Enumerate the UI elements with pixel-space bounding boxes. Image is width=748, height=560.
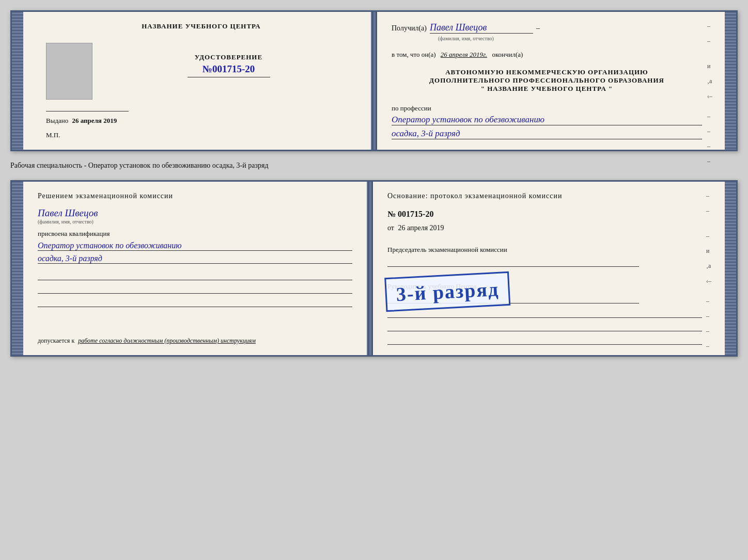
qual-foundation-label: Основание: протокол экзаменационной коми… bbox=[387, 192, 702, 200]
fio-label: (фамилия, имя, отчество) bbox=[438, 36, 702, 41]
qual-number: № 001715-20 bbox=[387, 210, 433, 218]
qualification-stamp: 3-й разряд bbox=[384, 271, 510, 312]
issued-label: Выдано bbox=[46, 117, 68, 124]
bottom-left-strip bbox=[12, 182, 23, 355]
qual-date: 26 апреля 2019 bbox=[398, 224, 444, 232]
profession-line1: Оператор установок по обезвоживанию bbox=[392, 115, 702, 125]
dash: – bbox=[536, 24, 540, 33]
qual-fio-label: (фамилия, имя, отчество) bbox=[38, 219, 352, 225]
org-line2: ДОПОЛНИТЕЛЬНОГО ПРОФЕССИОНАЛЬНОГО ОБРАЗО… bbox=[392, 76, 702, 85]
bottom-right-strip bbox=[725, 182, 736, 355]
qual-date-section: от 26 апреля 2019 bbox=[387, 224, 702, 232]
qual-title: Решением экзаменационной комиссии bbox=[38, 192, 352, 200]
qual-profession-line1: Оператор установок по обезвоживанию bbox=[38, 241, 352, 251]
received-name: Павел Швецов bbox=[430, 22, 533, 34]
right-dashes: – – и ‚а ‹– – – – – bbox=[707, 22, 712, 165]
top-certificate: НАЗВАНИЕ УЧЕБНОГО ЦЕНТРА УДОСТОВЕРЕНИЕ №… bbox=[10, 10, 738, 151]
bottom-certificate: Решением экзаменационной комиссии Павел … bbox=[10, 180, 738, 357]
qual-number-section: № 001715-20 bbox=[387, 210, 702, 219]
issued-date: 26 апреля 2019 bbox=[72, 117, 117, 124]
bottom-right-dashes: – – – и ‚а ‹– – – – – bbox=[706, 192, 711, 350]
book-spine bbox=[372, 12, 377, 150]
cert-label: УДОСТОВЕРЕНИЕ bbox=[195, 53, 262, 61]
bottom-cert-right-page: Основание: протокол экзаменационной коми… bbox=[373, 182, 725, 355]
profession-label: по профессии bbox=[392, 104, 702, 113]
left-decorative-strip bbox=[12, 12, 23, 150]
mp-label: М.П. bbox=[46, 131, 60, 139]
profession-line2: осадка, 3-й разряд bbox=[392, 129, 702, 139]
top-cert-left-page: НАЗВАНИЕ УЧЕБНОГО ЦЕНТРА УДОСТОВЕРЕНИЕ №… bbox=[23, 12, 372, 150]
received-prefix: Получил(а) bbox=[392, 24, 427, 33]
bottom-book-spine bbox=[368, 182, 373, 355]
chairman-section: Председатель экзаменационной комиссии bbox=[387, 246, 702, 267]
separator-text: Рабочая специальность - Оператор установ… bbox=[10, 159, 738, 172]
cert-photo bbox=[46, 43, 92, 100]
qual-name: Павел Швецов bbox=[38, 207, 352, 219]
right-decorative-strip bbox=[725, 12, 736, 150]
in-that-date: 26 апреля 2019г. bbox=[441, 51, 487, 58]
qual-blank-lines bbox=[38, 271, 352, 307]
top-cert-school-name: НАЗВАНИЕ УЧЕБНОГО ЦЕНТРА bbox=[142, 22, 261, 30]
received-section: Получил(а) Павел Швецов – bbox=[392, 22, 702, 34]
org-line3: " НАЗВАНИЕ УЧЕБНОГО ЦЕНТРА " bbox=[392, 85, 702, 93]
profession-section: по профессии Оператор установок по обезв… bbox=[392, 104, 702, 139]
qual-right-extra-lines bbox=[387, 309, 702, 345]
bottom-cert-left-page: Решением экзаменационной комиссии Павел … bbox=[23, 182, 368, 355]
qual-profession-line2: осадка, 3-й разряд bbox=[38, 254, 352, 264]
допускается-text: работе согласно должностным (производств… bbox=[78, 337, 256, 344]
top-cert-right-page: Получил(а) Павел Швецов – (фамилия, имя,… bbox=[377, 12, 725, 150]
stamp-text: 3-й разряд bbox=[396, 278, 500, 305]
cert-number: №001715-20 bbox=[202, 63, 255, 75]
org-section: АВТОНОМНУЮ НЕКОММЕРЧЕСКУЮ ОРГАНИЗАЦИЮ ДО… bbox=[392, 68, 702, 93]
chairman-label: Председатель экзаменационной комиссии bbox=[387, 246, 702, 254]
issued-section: Выдано 26 апреля 2019 bbox=[46, 117, 129, 125]
org-line1: АВТОНОМНУЮ НЕКОММЕРЧЕСКУЮ ОРГАНИЗАЦИЮ bbox=[392, 68, 702, 76]
in-that-section: в том, что он(а) 26 апреля 2019г. окончи… bbox=[392, 51, 702, 59]
qual-assigned-label: присвоена квалификация bbox=[38, 230, 352, 238]
qual-допускается-section: допускается к работе согласно должностны… bbox=[38, 337, 352, 345]
